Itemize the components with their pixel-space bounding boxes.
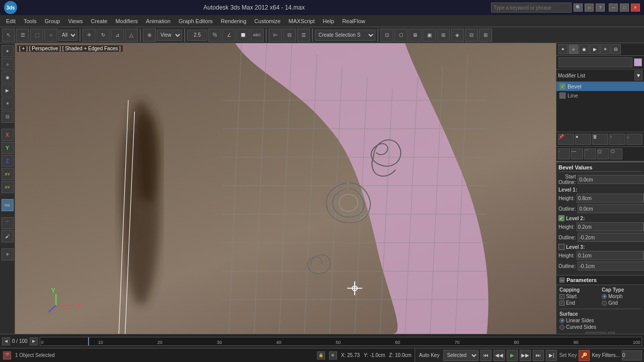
menu-customize[interactable]: Customize [251,17,285,25]
tab-hierarchy[interactable]: ◉ [579,44,589,54]
menu-tools[interactable]: Tools [20,17,41,25]
search-input[interactable] [491,3,572,13]
set-key-btn[interactable]: 🔑 [579,350,590,361]
start-outline-input[interactable] [578,175,644,184]
render-extra[interactable]: ⊟ [465,29,478,42]
segments-spinner[interactable]: ▲▼ [608,332,615,334]
parameters-collapse-btn[interactable]: ─ [559,278,565,283]
prev-frame-btn[interactable]: ◀ [2,337,10,345]
move-up-btn[interactable]: ↑ [609,134,625,145]
reference-coord[interactable]: ⊕ [143,29,156,42]
help-bookmark-button[interactable]: ☆ [585,4,594,12]
axis-x[interactable]: X [2,129,14,141]
level3-height-input[interactable] [577,251,643,260]
activeshade[interactable]: ◈ [451,29,464,42]
menu-modifiers[interactable]: Modifiers [111,17,142,25]
poly-btn[interactable]: ◻ [597,148,609,159]
select-region[interactable]: ⬚ [30,29,43,42]
object-color-swatch[interactable] [634,58,642,66]
utilities-btn[interactable]: ⊟ [2,111,14,123]
modifier-list-dropdown[interactable]: ▼ [634,70,642,80]
next-key-btn[interactable]: ▶▶ [520,350,531,361]
cap-start-item[interactable]: ✓ Start [559,294,599,299]
menu-edit[interactable]: Edit [2,17,20,25]
axis-xy[interactable]: XY [2,168,14,180]
tab-motion[interactable]: ▶ [590,44,600,54]
layer-manager[interactable]: ☰ [297,29,310,42]
modify-panel-btn[interactable]: ⟡ [2,58,14,70]
align-tool[interactable]: ⊟ [283,29,296,42]
level3-outline-input[interactable] [578,261,644,270]
level1-height-input[interactable] [577,194,643,203]
animate-btn[interactable]: 🎬 [3,351,11,359]
linear-sides-radio[interactable] [559,318,565,323]
level3-checkbox[interactable] [558,244,565,250]
menu-help[interactable]: Help [319,17,339,25]
create-panel-btn[interactable]: ✦ [2,45,14,57]
frame-input[interactable] [622,350,642,360]
lock-icon[interactable]: 🔒 [317,351,325,359]
vertex-btn[interactable]: · [558,148,570,159]
menu-group[interactable]: Group [41,17,64,25]
render-frame[interactable]: ▣ [423,29,436,42]
mirror-tool[interactable]: ⊨ [269,29,282,42]
angle-snap[interactable]: ∠ [222,29,235,42]
lasso-select[interactable]: ○ [44,29,57,42]
cap-morph-item[interactable]: Morph [602,294,641,299]
segment-btn[interactable]: — [571,148,583,159]
extra-tool[interactable]: ✳ [2,248,14,260]
minimize-button[interactable]: ─ [609,4,618,12]
search-button[interactable]: 🔍 [574,4,583,12]
render-extra2[interactable]: ⊞ [479,29,492,42]
view-select[interactable]: View [157,30,182,41]
delete-modifier-btn[interactable]: 🗑 [592,134,608,145]
element-btn[interactable]: ⬡ [610,148,622,159]
select-by-name[interactable]: ☰ [16,29,29,42]
axis-xy2[interactable]: XY [2,181,14,193]
material-editor[interactable]: ⬡ [394,29,408,42]
level1-outline-input[interactable] [578,204,644,213]
play-mode-btn[interactable]: ▶| [546,350,557,361]
cap-grid-radio[interactable] [602,301,607,306]
maximize-button[interactable]: □ [620,4,629,12]
close-button[interactable]: ✕ [631,4,640,12]
goto-end-btn[interactable]: ⏭ [533,350,544,361]
curve-tool[interactable]: ⌒ [2,217,14,229]
axis-z[interactable]: Z [2,155,14,167]
modifier-item-line[interactable]: □ Line [556,91,644,100]
menu-views[interactable]: Views [64,17,87,25]
cap-grid-item[interactable]: Grid [602,300,641,306]
menu-graph-editors[interactable]: Graph Editors [175,17,217,25]
key-mode-select[interactable]: Selected [443,350,478,361]
object-name-field[interactable]: Line049 [558,57,632,67]
rb-btn[interactable]: RB [2,199,14,211]
cap-morph-radio[interactable] [602,294,607,299]
tab-modify[interactable]: ⟡ [569,44,579,54]
tab-display[interactable]: ☀ [600,44,610,54]
select-tool[interactable]: ↖ [2,29,15,42]
level2-checkbox[interactable]: ✓ [558,215,565,221]
render-last[interactable]: ⊞ [437,29,450,42]
filter-select[interactable]: All [58,30,77,41]
percent-input[interactable] [187,30,207,41]
tab-create[interactable]: ✦ [558,44,568,54]
paint-tool[interactable]: 🖌 [2,230,14,242]
scale-tool[interactable]: ⊿ [111,29,124,42]
abc-tool[interactable]: ABC [251,29,264,42]
schematic-view[interactable]: ⊡ [380,29,393,42]
level2-outline-input[interactable] [578,233,644,242]
viewport-3d[interactable]: [ + ] [ Perspective ] [ Shaded + Edged F… [15,43,556,334]
move-tool[interactable]: ✛ [83,29,96,42]
motion-btn[interactable]: ▶ [2,84,14,97]
prev-key-btn[interactable]: ◀◀ [494,350,505,361]
cap-start-checkbox[interactable]: ✓ [559,294,565,299]
menu-animation[interactable]: Animation [142,17,175,25]
cap-end-item[interactable]: ✓ End [559,300,599,306]
modifier-enable-bevel[interactable]: ✓ [559,83,566,89]
hierarchy-btn[interactable]: ◉ [2,71,14,83]
snap-toggle[interactable]: 🔲 [236,29,250,42]
spline-btn[interactable]: ⌒ [584,148,596,159]
scale-uniform[interactable]: △ [125,29,138,42]
next-frame-btn[interactable]: ▶ [30,337,38,345]
modifier-enable-line[interactable]: □ [559,93,566,99]
